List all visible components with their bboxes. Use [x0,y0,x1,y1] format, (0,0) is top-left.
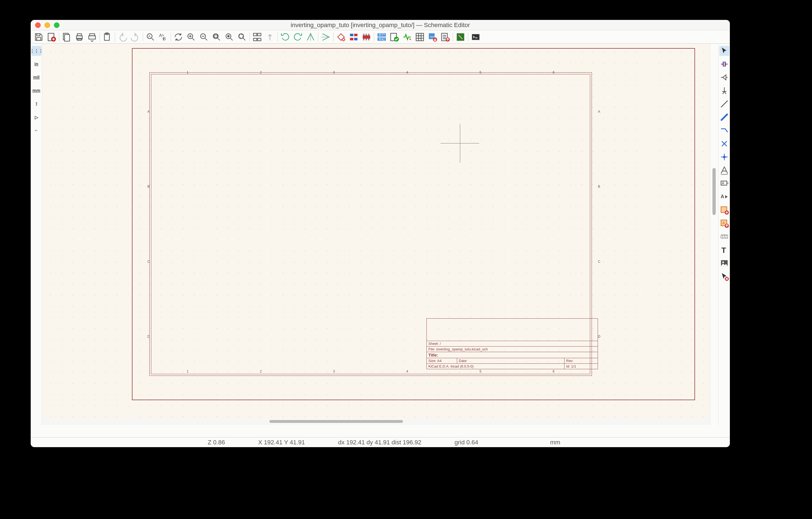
add-hier-sheet-icon[interactable] [719,205,729,215]
titlebar: inverting_opamp_tuto [inverting_opamp_tu… [31,20,730,30]
svg-rect-9 [89,36,95,39]
titleblock-kicad: KiCad E.D.A. kicad (6.0.5-0) [427,364,564,369]
ruler-west: ABCD [147,74,151,374]
origin-icon[interactable]: ⌐ [31,125,41,135]
hidden-pins-icon[interactable]: ▷ [31,112,41,122]
zoom-selection-icon[interactable] [236,31,249,42]
save-icon[interactable] [32,31,45,42]
import-sheet-pin-icon[interactable]: A [719,218,729,228]
workarea: ⋮⋮⋮inmilmm⟟▷⌐ 123456 123456 ABCD ABCD Sh… [31,44,730,425]
add-wire-entry-icon[interactable] [719,125,729,135]
up-hierarchy-icon[interactable] [264,31,276,42]
svg-rect-24 [239,35,243,38]
hscroll-thumb[interactable] [269,420,403,423]
canvas-wrap: 123456 123456 ABCD ABCD Sheet: / File: i… [42,44,710,425]
vertical-scrollbar-gutter[interactable] [710,44,718,425]
ruler-east: ABCD [598,74,601,374]
svg-rect-26 [258,33,261,36]
vscroll-thumb[interactable] [713,168,716,215]
add-noconnect-icon[interactable] [719,139,729,149]
svg-rect-37 [368,34,370,35]
svg-rect-30 [350,34,353,36]
pcb-icon[interactable] [454,31,467,42]
symbol-editor-icon[interactable] [335,31,347,42]
mirror-v-icon[interactable] [319,31,332,42]
ruler-north: 123456 [151,70,590,74]
refresh-icon[interactable] [172,31,185,42]
add-symbol-icon[interactable] [719,72,729,82]
unit-mil[interactable]: mil [31,72,41,82]
svg-text:R42: R42 [379,37,385,41]
delete-icon[interactable] [719,271,729,281]
unit-mm[interactable]: mm [31,86,41,96]
mirror-h-icon[interactable] [304,31,317,42]
page-settings-icon[interactable] [45,31,58,42]
undo-icon[interactable] [116,31,129,42]
redo-icon[interactable] [129,31,142,42]
zoom-in-icon[interactable] [185,31,198,42]
svg-rect-27 [254,38,257,41]
svg-rect-32 [350,38,353,40]
find-icon[interactable]: A [144,31,157,42]
svg-text:A: A [722,181,724,185]
find-replace-icon[interactable]: AB [157,31,170,42]
rotate-cw-icon[interactable] [291,31,304,42]
export-bom-icon[interactable]: .bom [426,31,439,42]
print-icon[interactable] [73,31,86,42]
erc-icon[interactable] [388,31,401,42]
highlight-net-icon[interactable] [719,59,729,69]
netlist-icon[interactable] [439,31,452,42]
zoom-object-icon[interactable] [223,31,236,42]
svg-rect-5 [65,35,70,41]
zoom-fit-icon[interactable] [210,31,223,42]
svg-point-70 [722,262,724,263]
scripting-icon[interactable] [469,31,482,42]
add-global-label-icon[interactable]: A [719,192,729,202]
paste-icon[interactable] [101,31,114,42]
simulator-icon[interactable] [401,31,413,42]
schematic-canvas[interactable]: 123456 123456 ABCD ABCD Sheet: / File: i… [42,44,710,419]
hierarchy-icon[interactable] [251,31,264,42]
add-bus-icon[interactable] [719,112,729,122]
right-toolbar: AAAT [718,44,730,425]
plot-icon[interactable] [86,31,98,42]
new-sheet-icon[interactable] [60,31,73,42]
add-label-icon[interactable] [719,165,729,175]
titleblock-id: Id: 1/1 [564,364,598,369]
svg-rect-47 [416,33,424,41]
svg-rect-38 [363,39,365,40]
unit-in[interactable]: in [31,59,41,69]
add-hier-label-icon[interactable] [719,232,729,242]
status-xy: X 192.41 Y 41.91 [258,439,305,446]
titleblock-file: File: inverting_opamp_tuto.kicad_sch [427,346,598,352]
titleblock-title: Title: [427,352,598,358]
titleblock-sheet: Sheet: / [427,341,598,346]
svg-text:A: A [159,33,162,38]
annotate-icon[interactable]: R??R42 [375,31,388,42]
statusbar: Z 0.86 X 192.41 Y 41.91 dx 192.41 dy 41.… [31,437,730,447]
svg-text:T: T [721,246,726,254]
browse-symbols-icon[interactable] [347,31,360,42]
rotate-ccw-icon[interactable] [279,31,291,42]
add-netclass-icon[interactable]: A [719,179,729,188]
select-icon[interactable] [719,46,729,56]
svg-rect-39 [366,39,367,40]
zoom-out-icon[interactable] [198,31,210,42]
app-window: inverting_opamp_tuto [inverting_opamp_tu… [31,20,730,447]
horizontal-scrollbar[interactable] [42,419,710,425]
status-dxy: dx 192.41 dy 41.91 dist 196.92 [338,439,422,446]
add-text-icon[interactable]: T [719,245,729,255]
svg-rect-25 [254,33,257,36]
svg-rect-20 [214,35,218,37]
svg-rect-36 [366,34,367,35]
add-power-icon[interactable] [719,86,729,96]
svg-rect-34 [363,35,370,39]
add-image-icon[interactable] [719,258,729,268]
bom-icon[interactable] [413,31,426,42]
footprint-assign-icon[interactable] [360,31,373,42]
svg-rect-0 [37,34,40,36]
add-wire-icon[interactable] [719,99,729,109]
cursor-full-icon[interactable]: ⟟ [31,99,41,109]
grid-icon[interactable]: ⋮⋮⋮ [31,46,41,56]
add-junction-icon[interactable] [719,152,729,162]
